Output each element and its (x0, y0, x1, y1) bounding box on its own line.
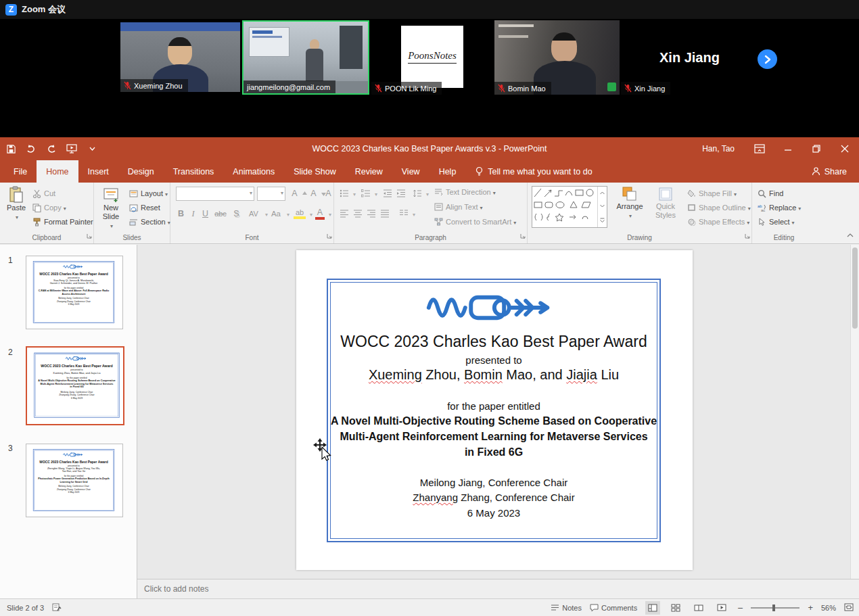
convert-to-smartart-button[interactable]: Convert to SmartArt (434, 215, 516, 229)
text-direction-button[interactable]: Text Direction (434, 185, 496, 199)
strikethrough-button[interactable]: abc (212, 207, 229, 220)
next-participants-button[interactable] (758, 49, 777, 69)
decrease-indent-button[interactable] (383, 187, 392, 200)
align-left-button[interactable] (340, 207, 349, 220)
video-tile-poon-lik-ming[interactable]: PoonsNotes POON Lik Ming (371, 20, 493, 95)
layout-button[interactable]: Layout (129, 187, 168, 200)
highlight-color-button[interactable]: ab (294, 207, 312, 220)
shapes-gallery-scrollbar[interactable] (597, 187, 607, 227)
numbering-button[interactable] (361, 187, 377, 200)
video-tile-xueming-zhou[interactable]: Xueming Zhou (120, 22, 240, 92)
shape-outline-button[interactable]: Shape Outline (687, 201, 751, 214)
close-button[interactable] (831, 137, 859, 160)
comments-toggle-button[interactable]: Comments (590, 604, 637, 612)
align-right-button[interactable] (367, 207, 376, 220)
slide-authors[interactable]: Xueming Zhou, Bomin Mao, and Jiajia Liu (369, 367, 619, 383)
slide-presented-to[interactable]: presented to (465, 354, 521, 366)
zoom-slider[interactable] (751, 603, 799, 613)
slide-paper-title[interactable]: A Novel Multi-Objective Routing Scheme B… (331, 413, 657, 460)
redo-button[interactable] (45, 141, 58, 156)
collapse-ribbon-button[interactable] (847, 228, 854, 240)
font-name-combo[interactable] (176, 187, 254, 201)
paste-button[interactable]: Paste (3, 183, 30, 233)
save-button[interactable] (4, 141, 18, 156)
clear-formatting-button[interactable]: A (323, 187, 333, 200)
tab-help[interactable]: Help (430, 160, 466, 183)
tab-view[interactable]: View (392, 160, 430, 183)
shapes-gallery[interactable] (532, 186, 607, 228)
bullets-button[interactable] (340, 187, 356, 200)
select-button[interactable]: Select (758, 215, 795, 229)
start-slideshow-button[interactable] (65, 141, 78, 156)
slide-entitled[interactable]: for the paper entitled (447, 400, 540, 412)
wocc-logo[interactable] (423, 289, 565, 326)
zoom-slider-thumb[interactable] (772, 605, 775, 611)
ribbon-display-options-button[interactable] (745, 137, 774, 160)
signed-in-user[interactable]: Han, Tao (702, 144, 735, 153)
current-slide[interactable]: WOCC 2023 Charles Kao Best Paper Award p… (296, 250, 693, 570)
new-slide-button[interactable]: New Slide (96, 183, 126, 233)
bold-button[interactable]: B (176, 207, 186, 220)
video-tile-bomin-mao[interactable]: Bomin Mao (494, 20, 620, 95)
video-tile-xin-jiang[interactable]: Xin Jiang Xin Jiang (621, 20, 744, 95)
tab-animations[interactable]: Animations (223, 160, 284, 183)
align-text-button[interactable]: Align Text (434, 200, 483, 214)
slide-1-thumbnail[interactable]: WOCC 2023 Charles Kao Best Paper Award p… (26, 256, 123, 329)
line-spacing-button[interactable] (413, 187, 429, 200)
slide-content-box[interactable]: WOCC 2023 Charles Kao Best Paper Award p… (327, 279, 661, 542)
reading-view-button[interactable] (691, 601, 706, 615)
quick-styles-button[interactable]: Quick Styles (649, 183, 682, 233)
cut-button[interactable]: Cut (32, 187, 55, 200)
font-size-combo[interactable] (257, 187, 285, 201)
customize-qat-button[interactable] (85, 141, 99, 156)
spell-check-icon[interactable] (52, 603, 62, 612)
increase-indent-button[interactable] (396, 187, 406, 200)
fit-slide-button[interactable] (844, 603, 854, 613)
notes-toggle-button[interactable]: Notes (551, 604, 582, 612)
text-shadow-button[interactable]: S (231, 207, 241, 220)
drawing-dialog-launcher[interactable] (745, 229, 750, 241)
shape-fill-button[interactable]: Shape Fill (687, 187, 737, 200)
notes-pane[interactable]: Click to add notes (137, 579, 859, 598)
clipboard-dialog-launcher[interactable] (87, 229, 92, 241)
restore-button[interactable] (802, 137, 831, 160)
tab-file[interactable]: File (4, 160, 37, 183)
undo-button[interactable] (24, 141, 38, 156)
character-spacing-button[interactable]: AV (246, 207, 268, 220)
canvas-scrollbar[interactable] (850, 245, 859, 579)
columns-button[interactable] (399, 207, 415, 220)
normal-view-button[interactable] (645, 601, 660, 615)
zoom-in-button[interactable]: + (808, 602, 813, 613)
tell-me-box[interactable]: Tell me what you want to do (465, 160, 601, 183)
justify-button[interactable] (380, 207, 390, 220)
slide-title[interactable]: WOCC 2023 Charles Kao Best Paper Award (340, 333, 647, 351)
tab-review[interactable]: Review (346, 160, 392, 183)
font-color-button[interactable]: A (315, 207, 331, 220)
find-button[interactable]: Find (758, 187, 783, 200)
tab-insert[interactable]: Insert (78, 160, 118, 183)
paragraph-dialog-launcher[interactable] (520, 229, 526, 241)
grow-font-button[interactable]: A (289, 187, 307, 200)
tab-transitions[interactable]: Transitions (164, 160, 224, 183)
slide-3-thumbnail[interactable]: WOCC 2023 Charles Kao Best Paper Award p… (26, 444, 123, 517)
italic-button[interactable]: I (188, 207, 198, 220)
minimize-button[interactable] (774, 137, 802, 160)
tab-design[interactable]: Design (118, 160, 164, 183)
underline-button[interactable]: U (200, 207, 210, 220)
slide-sorter-view-button[interactable] (668, 601, 683, 615)
video-tile-jiangmeilong[interactable]: jiangmeilong@gmail.com (242, 20, 369, 95)
slideshow-view-button[interactable] (714, 601, 729, 615)
zoom-out-button[interactable]: − (737, 602, 743, 613)
zoom-level[interactable]: 56% (821, 604, 836, 612)
slide-chairs[interactable]: Meilong Jiang, Conference Chair Zhanyang… (413, 475, 574, 521)
section-button[interactable]: Section (129, 215, 170, 229)
tab-slide-show[interactable]: Slide Show (284, 160, 346, 183)
copy-button[interactable]: Copy (32, 201, 66, 214)
font-dialog-launcher[interactable] (327, 229, 332, 241)
slide-2-thumbnail[interactable]: WOCC 2023 Charles Kao Best Paper Award p… (26, 346, 124, 425)
tab-home[interactable]: Home (37, 160, 78, 183)
format-painter-button[interactable]: Format Painter (32, 215, 93, 229)
arrange-button[interactable]: Arrange (613, 183, 647, 233)
replace-button[interactable]: abac Replace (758, 201, 801, 214)
reset-button[interactable]: Reset (129, 201, 160, 214)
